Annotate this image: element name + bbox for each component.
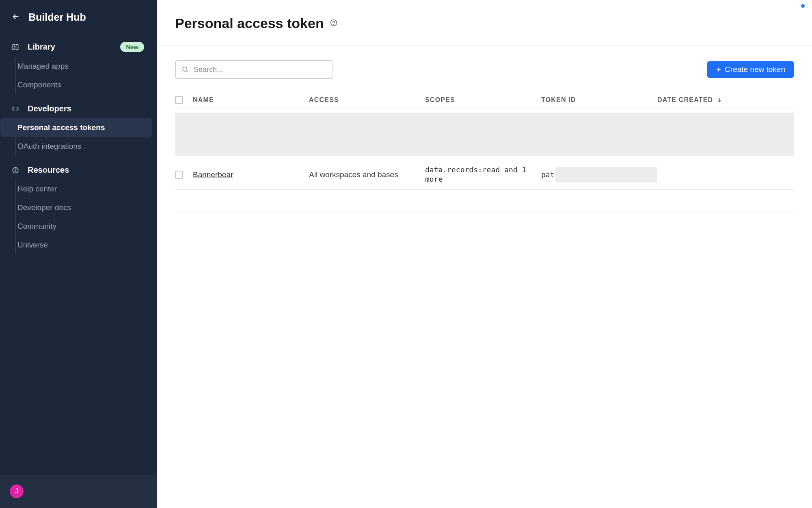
nav-section-resources: Resources Help center Developer docs Com…	[0, 161, 157, 254]
page-title: Personal access token	[175, 15, 324, 31]
svg-point-1	[15, 172, 16, 172]
td-scopes: data.records:read and 1 more	[425, 165, 541, 184]
token-name-link[interactable]: Bannerbear	[193, 170, 233, 179]
nav-items: Help center Developer docs Community Uni…	[15, 180, 157, 254]
sidebar-item-components[interactable]: Components	[0, 76, 152, 94]
nav-section-header-resources[interactable]: Resources	[0, 161, 157, 180]
sidebar-item-personal-access-tokens[interactable]: Personal access tokens	[0, 118, 152, 137]
sidebar-item-help-center[interactable]: Help center	[0, 180, 152, 198]
new-badge: New	[120, 42, 144, 52]
help-circle-icon	[11, 167, 19, 174]
toolbar: Create new token	[157, 46, 812, 84]
search-input[interactable]	[175, 60, 333, 79]
table-header: NAME ACCESS SCOPES TOKEN ID DATE CREATED	[175, 92, 794, 109]
back-arrow-icon[interactable]	[11, 12, 20, 23]
plus-icon	[716, 67, 721, 72]
search-wrap	[175, 60, 333, 79]
nav-section-developers: Developers Personal access tokens OAuth …	[0, 99, 157, 156]
sidebar-item-community[interactable]: Community	[0, 217, 152, 236]
book-icon	[11, 43, 19, 51]
sidebar-item-developer-docs[interactable]: Developer docs	[0, 198, 152, 217]
help-circle-icon[interactable]	[330, 19, 338, 28]
create-button-label: Create new token	[725, 65, 785, 74]
th-date-created[interactable]: DATE CREATED	[657, 96, 794, 104]
divider	[175, 236, 794, 236]
sidebar-header: Builder Hub	[0, 0, 157, 32]
row-checkbox[interactable]	[175, 171, 183, 179]
td-token-id: pat	[541, 167, 657, 182]
main-content: Personal access token Create new token N…	[157, 0, 812, 508]
sidebar-item-universe[interactable]: Universe	[0, 236, 152, 254]
token-table: NAME ACCESS SCOPES TOKEN ID DATE CREATED…	[175, 92, 794, 236]
create-new-token-button[interactable]: Create new token	[707, 61, 794, 78]
nav-section-library: Library New Managed apps Components	[0, 37, 157, 94]
td-name: Bannerbear	[193, 170, 309, 179]
nav-section-label: Resources	[28, 165, 146, 175]
th-name[interactable]: NAME	[193, 96, 309, 104]
th-access[interactable]: ACCESS	[309, 96, 425, 104]
th-date-created-label: DATE CREATED	[657, 96, 713, 104]
nav-section-header-library[interactable]: Library New	[0, 37, 157, 57]
sidebar-footer: J	[0, 475, 157, 508]
code-icon	[11, 105, 19, 113]
svg-point-3	[333, 24, 334, 24]
app-name: Builder Hub	[28, 11, 86, 23]
page-header: Personal access token	[157, 0, 812, 46]
svg-point-4	[183, 67, 187, 72]
sidebar-item-managed-apps[interactable]: Managed apps	[0, 57, 152, 76]
svg-line-5	[186, 71, 188, 72]
nav-section-label: Library	[28, 42, 112, 52]
nav-section-header-developers[interactable]: Developers	[0, 99, 157, 118]
th-scopes[interactable]: SCOPES	[425, 96, 541, 104]
divider	[175, 213, 794, 213]
select-all-checkbox[interactable]	[175, 96, 183, 104]
nav-items: Personal access tokens OAuth integration…	[15, 118, 157, 156]
arrow-down-icon	[716, 97, 723, 103]
avatar[interactable]: J	[10, 484, 24, 498]
table-body: Bannerbear All workspaces and bases data…	[175, 160, 794, 190]
table-area: NAME ACCESS SCOPES TOKEN ID DATE CREATED…	[157, 84, 812, 236]
search-icon	[181, 66, 189, 73]
placeholder-row	[175, 113, 794, 156]
nav-items: Managed apps Components	[15, 57, 157, 94]
token-id-hidden	[555, 167, 657, 182]
sidebar-item-oauth-integrations[interactable]: OAuth integrations	[0, 137, 152, 156]
nav-section-label: Developers	[28, 104, 146, 113]
notification-dot-icon[interactable]	[801, 4, 805, 8]
td-access: All workspaces and bases	[309, 170, 425, 179]
table-row: Bannerbear All workspaces and bases data…	[175, 160, 794, 190]
th-token-id[interactable]: TOKEN ID	[541, 96, 657, 104]
sidebar: Builder Hub Library New Managed apps Com…	[0, 0, 157, 508]
token-id-prefix: pat	[541, 170, 555, 179]
